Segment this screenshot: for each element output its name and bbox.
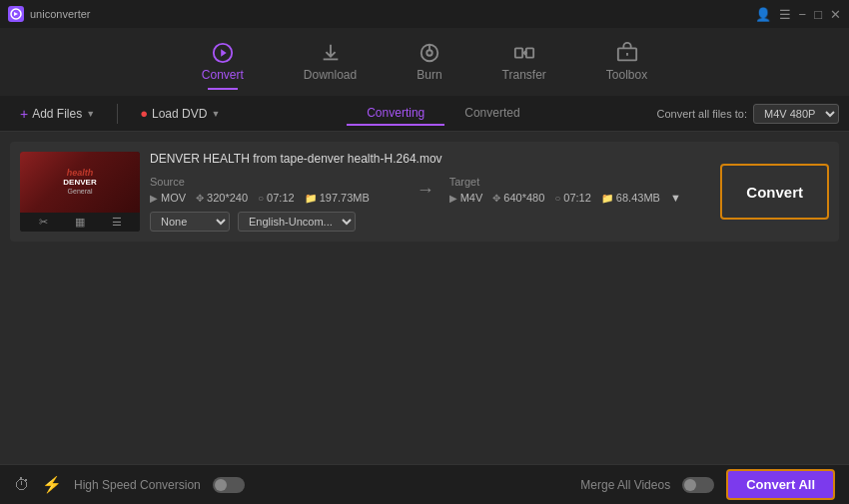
svg-marker-2 (221, 49, 227, 56)
file-name: DENVER HEALTH from tape-denver health-H.… (150, 152, 700, 166)
minimize-icon[interactable]: − (799, 7, 807, 22)
crop-icon[interactable]: ▦ (75, 216, 85, 229)
add-files-chevron: ▼ (86, 109, 95, 119)
target-format-icon: ▶ (449, 193, 457, 204)
tab-converted[interactable]: Converted (444, 102, 539, 126)
merge-toggle-knob (684, 479, 696, 491)
target-label: Target (449, 176, 701, 188)
folder-icon: 📁 (305, 193, 317, 204)
app-logo (8, 6, 24, 22)
nav-burn-label: Burn (417, 68, 441, 82)
dvd-icon: ● (140, 106, 148, 121)
target-settings-button[interactable]: ▼ (670, 192, 681, 204)
merge-label: Merge All Videos (580, 478, 670, 492)
titlebar: uniconverter 👤 ☰ − □ ✕ (0, 0, 849, 28)
app-title: uniconverter (30, 8, 91, 20)
convert-all-button[interactable]: Convert All (726, 469, 835, 500)
dvd-chevron: ▼ (211, 109, 220, 119)
nav-toolbox-label: Toolbox (606, 68, 647, 82)
load-dvd-label: Load DVD (152, 107, 207, 121)
bolt-icon: ⚡ (42, 475, 62, 494)
bottombar: ⏱ ⚡ High Speed Conversion Merge All Vide… (0, 464, 849, 504)
arrow-icon: → (412, 180, 439, 201)
svg-rect-6 (515, 48, 522, 57)
target-folder-icon: 📁 (601, 193, 613, 204)
target-res-icon: ✥ (492, 193, 500, 204)
format-icon: ▶ (150, 193, 158, 204)
maximize-icon[interactable]: □ (814, 7, 822, 22)
target-size: 📁 68.43MB (601, 192, 660, 204)
source-box: Source ▶ MOV ✥ 320*240 ○ 07:12 (150, 176, 402, 204)
target-box: Target ▶ M4V ✥ 640*480 ○ 07:12 (449, 176, 701, 204)
add-files-label: Add Files (32, 107, 82, 121)
toolbar: + Add Files ▼ ● Load DVD ▼ Converting Co… (0, 96, 849, 132)
thumb-denver-text: DENVER (63, 179, 96, 188)
plus-icon: + (20, 106, 28, 122)
user-icon[interactable]: 👤 (755, 7, 771, 22)
dropdowns-row: None English-Uncom... (150, 212, 700, 232)
file-info: DENVER HEALTH from tape-denver health-H.… (150, 152, 700, 232)
file-thumbnail: health DENVER General ✂ ▦ ☰ (20, 152, 140, 232)
resolution-icon: ✥ (196, 193, 204, 204)
titlebar-controls: 👤 ☰ − □ ✕ (755, 7, 841, 22)
nav-download[interactable]: Download (294, 36, 367, 88)
menu-icon[interactable]: ☰ (779, 7, 791, 22)
thumb-image: health DENVER General (20, 152, 140, 213)
merge-toggle[interactable] (682, 477, 714, 493)
source-duration: ○ 07:12 (258, 192, 295, 204)
close-icon[interactable]: ✕ (830, 7, 841, 22)
source-details: ▶ MOV ✥ 320*240 ○ 07:12 📁 (150, 192, 402, 204)
tab-group: Converting Converted (238, 102, 648, 126)
target-format: ▶ M4V (449, 192, 483, 204)
convert-all-to-label: Convert all files to: (657, 108, 747, 120)
tab-converting[interactable]: Converting (347, 102, 444, 126)
alarm-icon: ⏱ (14, 476, 30, 494)
clock-icon: ○ (258, 193, 264, 204)
settings-icon[interactable]: ☰ (112, 216, 122, 229)
convert-button[interactable]: Convert (720, 164, 829, 220)
nav-transfer-label: Transfer (502, 68, 546, 82)
nav-transfer[interactable]: Transfer (492, 36, 556, 88)
nav-burn[interactable]: Burn (407, 36, 451, 88)
load-dvd-button[interactable]: ● Load DVD ▼ (130, 102, 230, 125)
add-files-button[interactable]: + Add Files ▼ (10, 102, 105, 126)
thumb-controls: ✂ ▦ ☰ (20, 213, 140, 232)
file-item: health DENVER General ✂ ▦ ☰ DENVER HEALT… (10, 142, 839, 242)
nav-download-label: Download (304, 68, 357, 82)
source-size: 📁 197.73MB (305, 192, 370, 204)
target-resolution: ✥ 640*480 (492, 192, 544, 204)
titlebar-left: uniconverter (8, 6, 91, 22)
source-resolution: ✥ 320*240 (196, 192, 248, 204)
nav-toolbox[interactable]: Toolbox (596, 36, 657, 88)
main-content: health DENVER General ✂ ▦ ☰ DENVER HEALT… (0, 132, 849, 464)
speed-toggle[interactable] (213, 477, 245, 493)
toggle-knob (215, 479, 227, 491)
nav-convert[interactable]: Convert (192, 36, 254, 88)
convert-all-to: Convert all files to: M4V 480P (657, 104, 839, 124)
source-label: Source (150, 176, 402, 188)
audio-select[interactable]: English-Uncom... (238, 212, 356, 232)
nav-convert-label: Convert (202, 68, 244, 82)
target-duration: ○ 07:12 (554, 192, 591, 204)
source-target-row: Source ▶ MOV ✥ 320*240 ○ 07:12 (150, 176, 700, 204)
format-select[interactable]: M4V 480P (753, 104, 839, 124)
target-details: ▶ M4V ✥ 640*480 ○ 07:12 📁 (449, 192, 701, 204)
toolbar-separator (117, 104, 118, 124)
scissors-icon[interactable]: ✂ (39, 216, 48, 229)
target-clock-icon: ○ (554, 193, 560, 204)
thumb-general-text: General (63, 188, 96, 196)
svg-point-4 (426, 50, 432, 56)
navbar: Convert Download Burn Transfer T (0, 28, 849, 96)
speed-label: High Speed Conversion (74, 478, 201, 492)
source-format: ▶ MOV (150, 192, 186, 204)
subtitle-select[interactable]: None (150, 212, 230, 232)
